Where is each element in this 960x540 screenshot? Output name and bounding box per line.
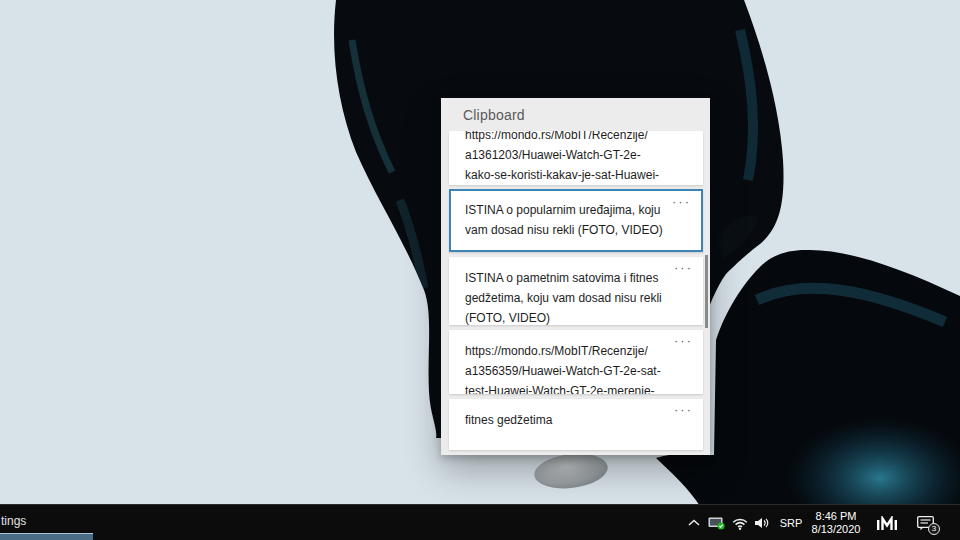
action-center-button[interactable]: 3 xyxy=(910,505,942,540)
wifi-icon xyxy=(731,517,749,530)
language-code: SRP xyxy=(780,517,803,529)
item-more-options-button[interactable]: ··· xyxy=(674,261,693,275)
clipboard-item-text: (FOTO, VIDEO) xyxy=(465,308,673,325)
clipboard-item-text: https://mondo.rs/MobIT/Recenzije/ xyxy=(465,341,673,361)
m-logo-icon xyxy=(876,516,898,531)
clipboard-item-1[interactable]: https://mondo.rs/MobIT/Recenzije/ a13612… xyxy=(449,131,703,185)
taskbar-active-strip xyxy=(0,533,93,540)
item-more-options-button[interactable]: ··· xyxy=(672,195,691,209)
volume-tray-button[interactable] xyxy=(752,505,771,540)
clock-time: 8:46 PM xyxy=(816,510,857,523)
clipboard-item-2-selected[interactable]: ··· ISTINA o popularnim uređajima, koju … xyxy=(449,189,703,252)
clipboard-item-text: ISTINA o pametnim satovima i fitnes xyxy=(465,268,673,288)
m-app-tray-button[interactable] xyxy=(872,505,902,540)
taskbar-window-label[interactable]: tings xyxy=(1,514,26,528)
desktop: Clipboard https://mondo.rs/MobIT/Recenzi… xyxy=(0,0,960,540)
clipboard-item-text: https://mondo.rs/MobIT/Recenzije/ xyxy=(465,131,673,145)
hidden-icons-chevron-button[interactable] xyxy=(686,505,702,540)
notification-badge: 3 xyxy=(928,523,940,535)
taskbar: tings xyxy=(0,504,960,540)
item-more-options-button[interactable]: ··· xyxy=(674,334,693,348)
clipboard-item-text: kako-se-koristi-kakav-je-sat-Huawei- xyxy=(465,165,673,185)
clipboard-item-4[interactable]: ··· https://mondo.rs/MobIT/Recenzije/ a1… xyxy=(449,330,703,394)
clipboard-item-text: a1361203/Huawei-Watch-GT-2e- xyxy=(465,145,673,165)
pc-status-icon xyxy=(708,516,726,530)
language-indicator[interactable]: SRP xyxy=(775,505,807,540)
clipboard-panel-title: Clipboard xyxy=(463,107,525,123)
volume-icon xyxy=(754,517,770,529)
clipboard-item-3[interactable]: ··· ISTINA o pametnim satovima i fitnes … xyxy=(449,257,703,325)
clipboard-item-5[interactable]: ··· fitnes gedžetima xyxy=(449,399,703,450)
clipboard-item-text: ISTINA o popularnim uređajima, koju xyxy=(465,200,673,220)
clock-date: 8/13/2020 xyxy=(812,523,861,536)
clipboard-panel: Clipboard https://mondo.rs/MobIT/Recenzi… xyxy=(441,98,710,455)
scrollbar-thumb[interactable] xyxy=(705,255,708,328)
clock-tray-button[interactable]: 8:46 PM 8/13/2020 xyxy=(806,505,866,540)
chevron-up-icon xyxy=(688,519,700,527)
clipboard-item-text: fitnes gedžetima xyxy=(465,410,673,430)
clipboard-item-text: vam dosad nisu rekli (FOTO, VIDEO) xyxy=(465,220,673,240)
wifi-tray-button[interactable] xyxy=(730,505,750,540)
item-more-options-button[interactable]: ··· xyxy=(674,403,693,417)
clipboard-item-text: gedžetima, koju vam dosad nisu rekli xyxy=(465,288,673,308)
clipboard-item-text: test-Huawei-Watch-GT-2e-merenje- xyxy=(465,381,673,394)
pc-status-tray-button[interactable] xyxy=(706,505,728,540)
clipboard-item-text: a1356359/Huawei-Watch-GT-2e-sat- xyxy=(465,361,673,381)
